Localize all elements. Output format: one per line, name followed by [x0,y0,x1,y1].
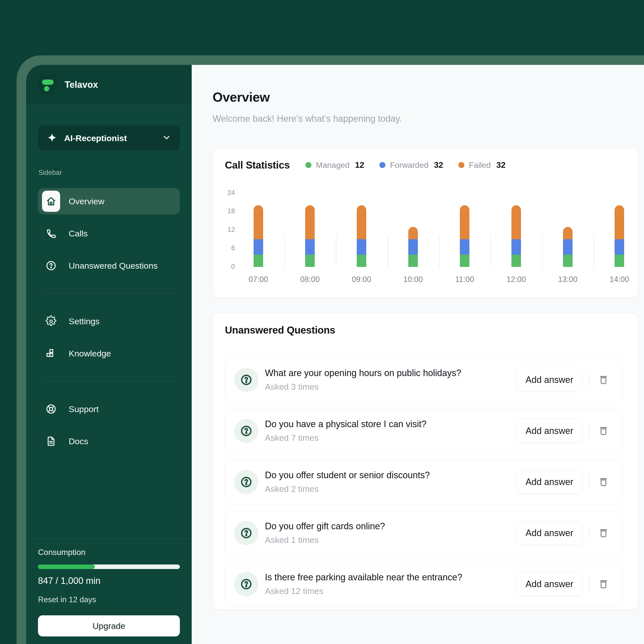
add-answer-button[interactable]: Add answer [516,368,582,392]
bar-segment-managed [408,255,418,267]
brand-name: Telavox [65,79,98,90]
help-circle-icon [234,521,258,545]
stacked-bar-1200 [511,205,521,267]
question-row: Do you have a physical store I can visit… [225,409,622,453]
sidebar-item-settings[interactable]: Settings [38,308,180,334]
bar-segment-forwarded [408,239,418,255]
add-answer-button[interactable]: Add answer [516,521,582,545]
consumption-widget: Consumption 847 / 1,000 min Reset in 12 … [38,529,180,644]
y-axis-tick: 0 [213,263,235,271]
help-circle-icon [234,572,258,596]
question-actions: Add answer [516,419,611,443]
stacked-bar-0800 [305,205,315,267]
lifebuoy-icon [42,398,60,420]
help-circle-icon [234,419,258,443]
window-frame: Telavox AI-Receptionist Sidebar Overview… [17,55,644,644]
delete-question-button[interactable] [596,423,611,439]
y-axis-tick: 6 [213,244,235,252]
y-axis-tick: 24 [213,189,235,197]
bar-segment-managed [511,255,521,267]
sidebar-item-calls[interactable]: Calls [38,220,180,247]
add-answer-button[interactable]: Add answer [516,419,582,443]
sidebar-item-knowledge[interactable]: Knowledge [38,340,180,367]
legend-value: 12 [355,160,364,170]
sidebar-item-label: Knowledge [69,349,111,358]
legend-item-failed: Failed32 [458,160,506,170]
chart-legend: Managed12Forwarded32Failed32 [305,160,506,170]
consumption-label: Consumption [38,548,180,557]
sidebar-item-label: Docs [69,436,88,446]
divider [589,527,589,539]
home-icon [42,191,60,212]
document-icon [42,431,60,452]
legend-label: Forwarded [390,160,428,170]
legend-label: Failed [469,160,491,170]
legend-value: 32 [434,160,443,170]
legend-item-managed: Managed12 [305,160,364,170]
sidebar-item-unanswered-questions[interactable]: Unanswered Questions [38,253,180,279]
workspace-selector[interactable]: AI-Receptionist [38,126,180,151]
sidebar: Telavox AI-Receptionist Sidebar Overview… [26,65,192,644]
question-actions: Add answer [516,470,611,494]
bar-segment-forwarded [254,239,263,255]
upgrade-button[interactable]: Upgrade [38,615,180,636]
brand-header: Telavox [26,65,192,104]
gear-icon [42,311,60,332]
x-axis-label: 10:00 [393,275,433,284]
delete-question-button[interactable] [596,474,611,490]
trash-icon [598,425,609,437]
bar-segment-failed [408,227,418,239]
gridline-separator [439,235,439,268]
stacked-bar-0900 [357,205,366,267]
question-row: Do you offer gift cards online?Asked 1 t… [225,511,622,555]
bar-segment-managed [563,255,573,267]
question-text-block: Is there free parking available near the… [265,572,462,596]
legend-label: Managed [316,160,349,170]
bar-segment-forwarded [460,239,469,255]
stacked-bar-1000 [408,227,418,267]
call-statistics-card: Call Statistics Managed12Forwarded32Fail… [213,148,638,298]
bar-segment-forwarded [511,239,521,255]
gridline-separator [387,235,388,268]
bar-segment-managed [254,255,263,267]
question-text-block: Do you offer student or senior discounts… [265,470,430,494]
question-asked-count: Asked 2 times [265,484,430,494]
divider [589,425,589,437]
bar-segment-failed [511,205,521,239]
question-asked-count: Asked 1 times [265,535,385,545]
bar-segment-failed [563,227,573,239]
consumption-progressbar [38,565,180,569]
add-answer-button[interactable]: Add answer [516,572,582,596]
question-text: Do you offer gift cards online? [265,521,385,532]
question-actions: Add answer [516,572,611,596]
add-answer-button[interactable]: Add answer [516,470,582,494]
x-axis-label: 13:00 [548,275,588,284]
delete-question-button[interactable] [596,576,611,592]
bar-segment-forwarded [305,239,315,255]
unanswered-questions-card: Unanswered Questions What are your openi… [213,313,638,610]
consumption-progress-fill [38,565,95,569]
sidebar-item-docs[interactable]: Docs [38,428,180,454]
main-content: Overview Welcome back! Here's what's hap… [192,65,644,644]
question-list: What are your opening hours on public ho… [225,358,622,606]
bar-segment-failed [460,205,469,239]
sidebar-item-label: Unanswered Questions [69,261,157,271]
divider [589,476,589,488]
bar-segment-forwarded [563,239,573,255]
bar-segment-managed [357,255,366,267]
delete-question-button[interactable] [596,372,611,388]
question-text: What are your opening hours on public ho… [265,368,461,378]
legend-dot-icon [379,162,385,168]
divider [589,578,589,590]
bar-segment-failed [305,205,315,239]
bar-segment-forwarded [615,239,624,255]
sidebar-item-support[interactable]: Support [38,396,180,422]
sidebar-item-label: Overview [69,196,104,206]
delete-question-button[interactable] [596,525,611,541]
call-statistics-title: Call Statistics [225,159,290,171]
gridline-separator [542,235,543,268]
stacked-bar-0700 [254,205,263,267]
question-asked-count: Asked 7 times [265,433,426,443]
sidebar-item-overview[interactable]: Overview [38,188,180,214]
question-asked-count: Asked 3 times [265,382,461,392]
